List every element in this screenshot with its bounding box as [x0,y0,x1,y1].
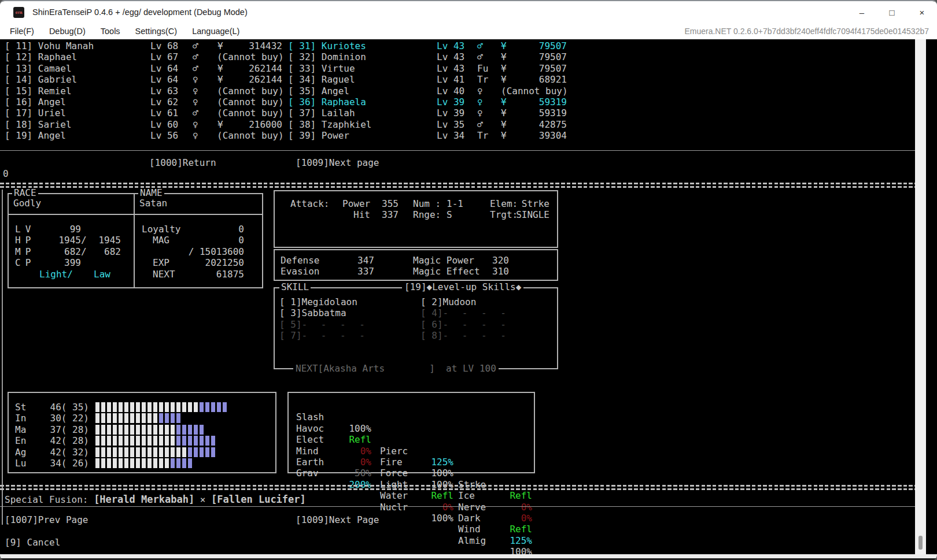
alignment-axis2: Law [94,269,110,280]
demon-list-row[interactable]: [ 39] Power Lv 34 Tr ¥ 39304 [0,130,926,141]
stat-value: 42( 28) [32,435,89,446]
range-value: S [447,209,452,220]
input-prompt: 0 [3,168,9,179]
demon-list-row[interactable]: [ 34] Raguel Lv 41 Tr ¥ 68921 [0,74,926,85]
cancel-button[interactable]: [9] Cancel [5,537,60,548]
demon-price: 59319 [503,97,567,107]
special-fusion-label: Special Fusion: [5,494,94,505]
window-controls: – □ × [847,1,937,23]
demon-gender: Fu [477,63,488,74]
menu-language[interactable]: Language(L) [192,27,239,36]
race-value: Godly [13,198,41,209]
resist-label: Dark [458,513,481,524]
skill-slot: [ 4]- - - - [420,307,510,318]
maximize-button[interactable]: □ [877,1,907,23]
fusion-component-1: [Herald Merkabah] [94,494,194,505]
stat-row: St 46( 35) [9,402,275,413]
resist-row: Slash 100% Pierc 125% Strke Refl [289,400,534,411]
demon-price: 59319 [503,107,567,118]
menu-file[interactable]: File(F) [10,27,34,36]
mag-value: 0 [169,235,244,246]
evasion-label: Evasion [281,266,319,277]
game-console: [ 11] Vohu Manah Lv 68 ♂ ¥ 314432 [ 12] … [0,39,926,554]
skill-name: - - - - [302,319,369,330]
demon-gender: ♂ [477,51,483,62]
demon-index-name: [ 33] Virtue [288,63,355,74]
demon-index-name: [ 31] Kuriotes [288,40,366,51]
demon-index-name: [ 38] Tzaphkiel [288,119,372,130]
resist-value: 0% [407,502,453,513]
magic-effect-value: 310 [466,266,509,277]
resist-row: Mind 0% Light Refl Dark Refl [289,434,534,445]
special-fusion-line: Special Fusion: [Herald Merkabah] × [Fal… [5,494,306,505]
resist-label: Ice [458,490,475,501]
resist-value: 50% [323,468,371,479]
stat-bar [95,447,217,457]
skill-slot-number: [ 8] [420,330,443,341]
resist-label: Wind [458,524,481,535]
stat-value: 30( 22) [32,413,89,424]
horizontal-scrollbar[interactable] [0,554,937,558]
outer-left-border [2,190,3,525]
stat-value: 34( 26) [32,458,89,469]
stat-label: In [15,413,26,424]
demon-list-row[interactable]: [ 38] Tzaphkiel Lv 35 ♂ ¥ 42875 [0,119,926,130]
demon-level: Lv 39 [437,107,464,118]
demon-level: Lv 43 [437,63,464,74]
divider-line [0,150,926,151]
loyalty-value: 0 [169,224,244,235]
defense-label: Defense [281,255,319,266]
demon-list-row[interactable]: [ 32] Dominion Lv 43 ♂ ¥ 79507 [0,51,926,62]
menu-settings[interactable]: Settings(C) [135,27,178,36]
skill-slot-number: [ 3] [279,307,302,318]
stat-label: Ma [15,424,26,435]
demon-list-row[interactable]: [ 36] Raphaela Lv 39 ♀ ¥ 59319 [0,97,926,107]
resist-label: Almig [458,535,486,546]
engine-version: Emuera.NET 0.2.6.0+7b7dd3bf240eff4fdfc70… [684,27,929,36]
demon-level: Lv 43 [437,40,464,51]
cp-value: 399 [26,257,81,268]
demon-index-name: [ 37] Lailah [288,107,355,118]
skill-name: - - - - [443,307,510,318]
title-bar: era ShinEraTenseiP 0.4.6 + /egg/ develop… [0,1,937,23]
mag-label: MAG [153,235,169,246]
alignment-axis1: Light/ [39,269,73,280]
skill-slot: [ 6]- - - - [420,319,510,330]
menu-tools[interactable]: Tools [101,27,120,36]
resist-value: 100% [407,513,453,524]
next-page-bottom-button[interactable]: [1009]Next Page [296,514,379,525]
stat-row: En 42( 28) [9,435,275,446]
defense-panel: Defense 347 Magic Power 320 Evasion 337 … [274,249,558,281]
resist-value: 0% [485,502,532,513]
attack-label: Attack: [290,198,329,209]
demon-price: 79507 [503,63,567,74]
skill-slot: [ 7]- - - - [279,330,369,341]
defense-value: 347 [333,255,374,266]
demon-list-row[interactable]: [ 33] Virtue Lv 43 Fu ¥ 79507 [0,63,926,74]
demon-list-row[interactable]: [ 31] Kuriotes Lv 43 ♂ ¥ 79507 [0,40,926,51]
stat-row: Ag 42( 32) [9,447,275,458]
demon-list-row[interactable]: [ 35] Angel Lv 40 ♀ (Cannot buy) [0,86,926,97]
demon-gender: ♂ [477,40,483,51]
exp-label: EXP [153,257,169,268]
scrollbar-thumb[interactable] [918,536,923,550]
stat-label: En [15,435,26,446]
demon-level: Lv 39 [437,97,464,107]
return-button[interactable]: [1000]Return [149,157,216,168]
stat-bar [95,436,217,446]
next-page-top-button[interactable]: [1009]Next page [296,157,379,168]
stat-bar [95,413,182,423]
vertical-scrollbar[interactable] [915,39,926,554]
demon-level: Lv 43 [437,51,464,62]
demon-list-row[interactable]: [ 37] Lailah Lv 39 ♀ ¥ 59319 [0,107,926,118]
hit-value: 337 [382,209,399,220]
stat-label: Lu [15,458,26,469]
prev-page-button[interactable]: [1007]Prev Page [5,514,88,525]
close-button[interactable]: × [907,1,937,23]
skill-slot: [ 5]- - - - [279,319,369,330]
attack-panel: Attack: Power 355 Num : 1-1 Elem: Strke … [274,190,558,248]
menu-debug[interactable]: Debug(D) [49,27,86,36]
demon-gender: ♀ [477,86,483,97]
resist-label: Nerve [458,502,486,513]
minimize-button[interactable]: – [847,1,877,23]
